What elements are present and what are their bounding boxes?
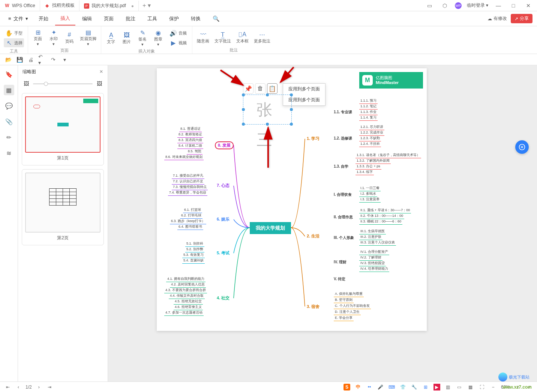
bookmark-icon[interactable]: 🔖 bbox=[4, 69, 14, 80]
person-icon[interactable]: 👕 bbox=[400, 384, 406, 390]
mindmap-center: 我的大学规划 bbox=[250, 222, 291, 234]
undo-icon[interactable]: ↶ ▾ bbox=[38, 56, 46, 63]
layers-icon[interactable]: ≋ bbox=[4, 148, 14, 158]
grid-icon[interactable]: ⊞ bbox=[422, 384, 429, 390]
sogou-icon[interactable]: S bbox=[344, 384, 350, 390]
redo-icon[interactable]: ↷ bbox=[50, 56, 57, 63]
more-annot-button[interactable]: ⋯更多批注 bbox=[252, 28, 273, 47]
thumb-large-icon[interactable]: 🖼 bbox=[96, 80, 103, 87]
sub-pending: V. 待定 bbox=[334, 276, 345, 282]
textannot-button[interactable]: T̲文字批注 bbox=[212, 28, 233, 47]
single-view-icon[interactable]: ▭ bbox=[456, 384, 463, 390]
stamp-button[interactable]: ◉图章▾ bbox=[151, 28, 166, 48]
kbd-icon[interactable]: ⌨ bbox=[388, 384, 395, 390]
thumb-small-icon[interactable]: 🖼 bbox=[22, 80, 30, 87]
leaf: 5.1. 别挂科 bbox=[185, 241, 204, 247]
close-icon[interactable]: ✕ bbox=[99, 69, 103, 74]
menu-start[interactable]: 开始 bbox=[33, 12, 54, 25]
leaf: 1.2.2. 完成作业 bbox=[359, 130, 384, 136]
two-view-icon[interactable]: ▦ bbox=[467, 384, 474, 390]
canvas[interactable]: M 亿图脑图 MindMaster 📌 🗑 📋 应用到多个页面 应用到多个页面 bbox=[108, 65, 537, 381]
wps-icon: W bbox=[4, 3, 10, 8]
login-text[interactable]: 临时登录 ▾ bbox=[467, 2, 488, 9]
freedraw-button[interactable]: 〰随意画 bbox=[195, 28, 212, 47]
mic-icon[interactable]: 🎤 bbox=[377, 384, 384, 390]
copy-icon[interactable]: 📋 bbox=[267, 83, 278, 94]
tool-icon[interactable]: 🔧 bbox=[411, 384, 418, 390]
menu-insert[interactable]: 插入 bbox=[55, 12, 75, 26]
pagenum-button[interactable]: #页码 bbox=[62, 28, 77, 47]
attachment-icon[interactable]: 📎 bbox=[4, 116, 14, 127]
thumbnail-panel: 缩略图 ✕ 🖼 🖼 第1页 第2页 bbox=[18, 65, 108, 381]
highlight-icon[interactable]: ✏ bbox=[4, 132, 14, 143]
share-button[interactable]: ↗ 分享 bbox=[511, 14, 532, 23]
signature-button[interactable]: ✎签名▾ bbox=[135, 28, 150, 48]
leaf: 6.3. 跑步（keep打卡） bbox=[170, 219, 206, 224]
panel-icon[interactable]: ▭ bbox=[425, 1, 435, 11]
float-action-button[interactable] bbox=[515, 140, 529, 154]
maximize-button[interactable]: □ bbox=[508, 1, 518, 11]
pdf-icon: P bbox=[84, 3, 89, 9]
tab-label: WPS Office bbox=[12, 3, 35, 8]
page-indicator[interactable]: 1/2 bbox=[26, 384, 32, 390]
tab-templates[interactable]: ◆ 找稻壳模板 bbox=[40, 0, 80, 11]
tab-wps[interactable]: W WPS Office bbox=[0, 0, 40, 11]
file-menu[interactable]: ≡ 文件 ▾ bbox=[4, 14, 32, 24]
thumb-page-2[interactable]: 第2页 bbox=[22, 169, 104, 245]
leaf: 1.2.4. 不挂科 bbox=[359, 141, 381, 147]
branch-fun: 6. 娱乐 bbox=[217, 216, 230, 222]
menu-page[interactable]: 页面 bbox=[99, 12, 119, 25]
menu-edit[interactable]: 编辑 bbox=[77, 12, 97, 25]
hand-tool[interactable]: ✋手型 bbox=[4, 29, 24, 38]
close-button[interactable]: ✕ bbox=[524, 1, 533, 11]
cn-icon[interactable]: 中 bbox=[355, 384, 362, 390]
group-label: 插入对象 bbox=[104, 48, 190, 54]
save-icon[interactable]: 💾 bbox=[16, 56, 23, 63]
trash-icon[interactable]: 🗑 bbox=[255, 83, 266, 94]
comment-icon[interactable]: 💬 bbox=[4, 101, 14, 111]
menu-protect[interactable]: 保护 bbox=[164, 12, 184, 25]
thumb-preview bbox=[25, 173, 100, 233]
signature-box[interactable]: 张 三 bbox=[243, 95, 292, 125]
menu-annotate[interactable]: 批注 bbox=[120, 12, 141, 25]
print-icon[interactable]: 🖨 bbox=[27, 56, 34, 63]
play-icon[interactable]: ▶ bbox=[434, 384, 440, 390]
minimize-button[interactable]: — bbox=[494, 1, 503, 11]
select-tool[interactable]: ↖选择 bbox=[4, 38, 24, 47]
header-footer-button[interactable]: ▤页眉页脚▾ bbox=[78, 28, 99, 47]
comma-icon[interactable]: •• bbox=[366, 384, 373, 390]
search-button[interactable]: 🔍 bbox=[207, 12, 225, 25]
leaf: 4.7. 参加一次志愿者活动 bbox=[164, 310, 204, 316]
zoom-out-icon[interactable]: − bbox=[490, 384, 496, 390]
tab-label: 我的大学规划.pdf bbox=[92, 3, 126, 9]
watermark-button[interactable]: ✦水印▾ bbox=[46, 28, 61, 47]
has-changes[interactable]: ☁ 有修改 bbox=[488, 15, 507, 22]
menu-tools[interactable]: 工具 bbox=[142, 12, 162, 25]
textbox-button[interactable]: ⌷A文本框 bbox=[234, 28, 251, 47]
leaf: II.2. 午休 13：00——14：00 bbox=[359, 213, 404, 219]
audio-button[interactable]: 🔊音频 bbox=[168, 29, 188, 38]
fit-view-icon[interactable]: ⛶ bbox=[478, 384, 485, 390]
cube-icon[interactable]: ⬡ bbox=[440, 1, 450, 11]
prev-page-icon[interactable]: ‹ bbox=[15, 384, 22, 390]
video-button[interactable]: ▶视频 bbox=[168, 38, 188, 47]
cont-view-icon[interactable]: ▥ bbox=[445, 384, 452, 390]
last-page-icon[interactable]: ⇥ bbox=[46, 384, 53, 390]
image-button[interactable]: 🖼图片 bbox=[119, 28, 134, 48]
first-page-icon[interactable]: ⇤ bbox=[4, 384, 11, 390]
next-page-icon[interactable]: › bbox=[36, 384, 42, 390]
leaf: 1.1.2. 笔记 bbox=[359, 104, 378, 110]
thumb-zoom-slider[interactable] bbox=[33, 83, 93, 84]
thumbnails-icon[interactable]: ▦ bbox=[4, 85, 14, 95]
page-button[interactable]: ⊞页面▾ bbox=[30, 28, 45, 47]
open-icon[interactable]: 📂 bbox=[4, 56, 12, 63]
avatar[interactable]: WP bbox=[455, 2, 462, 9]
sub-image: III. 个人形象 bbox=[334, 235, 354, 240]
tab-document[interactable]: P 我的大学规划.pdf ● bbox=[80, 0, 139, 11]
leaf: 5.3. 有效复习 bbox=[182, 252, 205, 258]
text-button[interactable]: A̲文字 bbox=[104, 28, 118, 48]
more-qbtn[interactable]: ▾ bbox=[61, 56, 68, 63]
tab-add-button[interactable]: + ▾ bbox=[139, 2, 154, 9]
thumb-page-1[interactable]: 第1页 bbox=[22, 93, 104, 165]
menu-convert[interactable]: 转换 bbox=[186, 12, 206, 25]
